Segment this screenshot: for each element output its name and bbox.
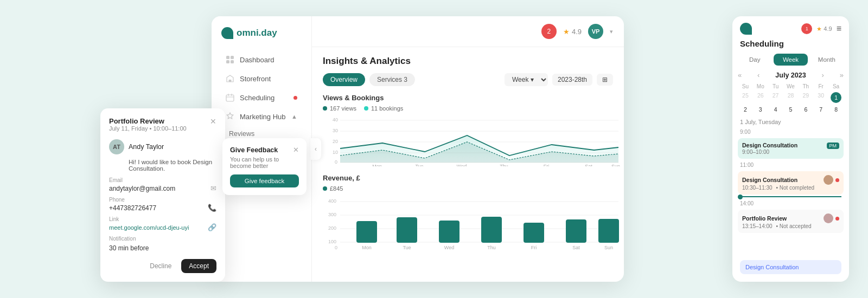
sched-tabs: Day Week Month <box>732 54 849 71</box>
legend-revenue-text: £845 <box>330 185 343 192</box>
sidebar-item-scheduling[interactable]: Scheduling <box>216 88 307 107</box>
entry1-pm-badge: PM <box>827 142 840 149</box>
svg-rect-5 <box>226 95 234 101</box>
sidebar-item-marketing[interactable]: Marketing Hub ▲ <box>216 107 307 126</box>
svg-text:40: 40 <box>333 117 338 122</box>
link-label: Link <box>109 216 216 222</box>
notification-value: 30 min before <box>109 244 149 252</box>
accept-button[interactable]: Accept <box>181 259 216 273</box>
modal-close-button[interactable]: ✕ <box>210 117 216 126</box>
legend-views-text: 167 views <box>330 105 356 112</box>
cal-next[interactable]: › <box>822 71 824 79</box>
topbar: 2 ★ 4.9 VP ▾ <box>312 16 624 47</box>
modal-user-initials: AT <box>113 144 120 150</box>
current-time-line <box>740 196 841 197</box>
sched-topbar-right: 1 ★ 4.9 ≡ <box>801 23 841 34</box>
cal-row-2: 2 3 4 5 6 7 8 <box>738 105 844 114</box>
give-feedback-button[interactable]: Give feedback <box>230 174 299 187</box>
user-avatar[interactable]: VP <box>588 24 603 39</box>
svg-text:Sat: Sat <box>585 164 592 166</box>
week-filter[interactable]: Week ▾ <box>505 73 548 86</box>
link-value[interactable]: meet.google.com/ucd-djeu-uyi <box>109 224 189 231</box>
modal-title: Portfolio Review <box>109 117 187 125</box>
entry3-time-value: 13:15–14:00 <box>742 223 773 229</box>
email-label: Email <box>109 177 216 183</box>
sched-tab-day[interactable]: Day <box>738 54 771 66</box>
svg-text:30: 30 <box>333 128 338 133</box>
scheduling-panel: 1 ★ 4.9 ≡ Scheduling Day Week Month « ‹ … <box>732 16 849 282</box>
star-icon: ★ <box>563 28 570 36</box>
sched-tab-week[interactable]: Week <box>774 54 807 66</box>
entry2-title: Design Consultation <box>742 177 797 183</box>
cal-cell-27[interactable]: 27 <box>768 90 783 105</box>
analytics-title: Insights & Analytics <box>323 56 613 67</box>
svg-rect-4 <box>229 80 232 82</box>
cal-cell-1[interactable]: 1 <box>828 90 844 105</box>
sidebar-collapse-button[interactable]: ‹ <box>310 138 321 160</box>
cal-cell-28[interactable]: 28 <box>783 90 799 105</box>
svg-text:0: 0 <box>335 159 337 165</box>
cal-cell-3[interactable]: 3 <box>753 105 768 114</box>
chart-legend: 167 views 11 bookings <box>323 105 613 112</box>
cal-prev[interactable]: ‹ <box>757 71 760 79</box>
cal-cell-7[interactable]: 7 <box>813 105 828 114</box>
sched-menu-button[interactable]: ≡ <box>837 24 841 34</box>
svg-text:100: 100 <box>328 239 336 244</box>
analytics-area: Insights & Analytics Overview Services 3… <box>312 47 624 268</box>
svg-text:Tue: Tue <box>415 164 423 166</box>
sched-entry-1[interactable]: Design Consultation PM 9:00–10:00 <box>738 138 844 159</box>
cal-cell-5[interactable]: 5 <box>783 105 799 114</box>
legend-views: 167 views <box>323 105 356 112</box>
revenue-chart: 400 300 200 100 0 <box>323 195 613 252</box>
cal-cell-4[interactable]: 4 <box>768 105 783 114</box>
sidebar-item-storefront[interactable]: Storefront <box>216 69 307 88</box>
cal-header-fr: Fr <box>813 82 828 90</box>
user-menu-chevron[interactable]: ▾ <box>610 28 613 35</box>
current-time-dot <box>738 195 743 199</box>
entry2-avatar <box>824 175 833 185</box>
decline-button[interactable]: Decline <box>144 259 177 273</box>
revenue-label: Revenue, £ <box>323 174 613 182</box>
feedback-popup: Give Feedback ✕ You can help us to becom… <box>222 138 307 195</box>
cal-prev-prev[interactable]: « <box>738 71 742 79</box>
entry1-title: Design Consultation <box>742 142 797 148</box>
notification-bell[interactable]: 2 <box>541 24 557 39</box>
views-chart: 40 30 20 10 0 <box>323 115 613 166</box>
feedback-title: Give Feedback <box>230 146 278 154</box>
sidebar-item-dashboard[interactable]: Dashboard <box>216 50 307 69</box>
svg-rect-38 <box>439 221 459 243</box>
cal-cell-25[interactable]: 25 <box>738 90 753 105</box>
svg-text:Sat: Sat <box>572 245 580 250</box>
sched-rating: ★ 4.9 <box>816 25 832 33</box>
sched-entry-2[interactable]: Design Consultation 10:30–11:30 • Not co… <box>738 171 844 195</box>
cal-cell-26[interactable]: 26 <box>753 90 768 105</box>
entry2-time-value: 10:30–11:30 <box>742 185 773 191</box>
tab-services[interactable]: Services 3 <box>369 73 415 86</box>
sched-consultation-bar[interactable]: Design Consultation <box>740 260 841 274</box>
revenue-section: Revenue, £ £845 400 300 200 100 0 <box>323 174 613 252</box>
sched-entry-3[interactable]: Portfolio Review 13:15–14:00 • Not accep… <box>738 210 844 233</box>
sidebar-marketing-label: Marketing Hub <box>240 113 286 121</box>
sched-notification-bell[interactable]: 1 <box>801 23 812 34</box>
date-filter[interactable]: 2023-28th <box>552 74 592 86</box>
calendar-icon-btn[interactable]: ⊞ <box>597 74 613 86</box>
sched-date-label: 1 July, Tuesday <box>732 114 849 127</box>
sched-tab-month[interactable]: Month <box>810 54 844 66</box>
cal-cell-6[interactable]: 6 <box>798 105 813 114</box>
svg-text:0: 0 <box>335 245 337 250</box>
sidebar-scheduling-label: Scheduling <box>240 94 275 102</box>
cal-next-next[interactable]: » <box>840 71 844 79</box>
analytics-content: 2 ★ 4.9 VP ▾ Insights & Analytics Overvi… <box>312 16 624 282</box>
cal-cell-29[interactable]: 29 <box>798 90 813 105</box>
cal-cell-8[interactable]: 8 <box>828 105 844 114</box>
time-label-11: 11:00 <box>732 160 849 170</box>
sched-star-icon: ★ <box>816 25 822 33</box>
tab-overview[interactable]: Overview <box>323 73 365 86</box>
svg-rect-1 <box>231 56 234 59</box>
cal-cell-2[interactable]: 2 <box>738 105 753 114</box>
cal-header: Su Mo Tu We Th Fr Sa <box>738 82 844 90</box>
feedback-close-button[interactable]: ✕ <box>293 146 299 154</box>
cal-header-tu: Tu <box>768 82 783 90</box>
entry1-time: 9:00–10:00 <box>742 149 839 155</box>
cal-cell-30[interactable]: 30 <box>813 90 828 105</box>
